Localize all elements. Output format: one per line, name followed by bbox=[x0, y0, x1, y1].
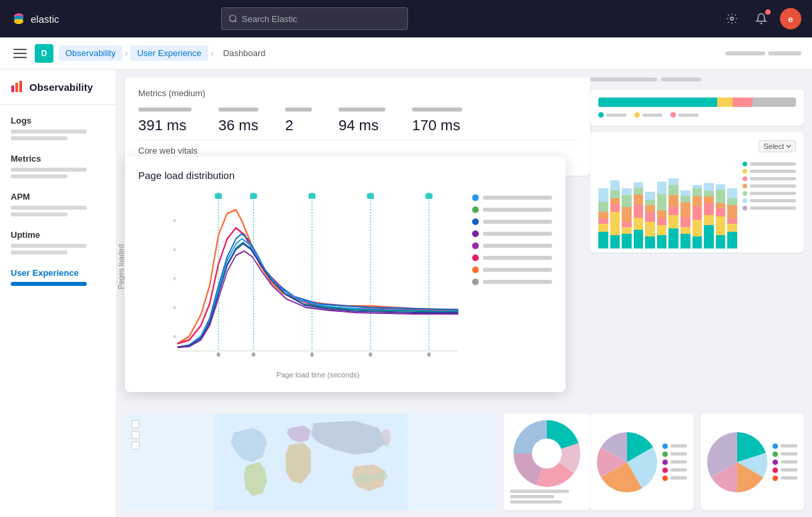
search-placeholder: Search Elastic bbox=[242, 14, 297, 24]
user-avatar[interactable]: e bbox=[780, 8, 801, 29]
bar-4 bbox=[634, 182, 644, 248]
bar-seg bbox=[610, 204, 620, 212]
menu-toggle[interactable] bbox=[11, 44, 29, 63]
pie3-dot-2 bbox=[773, 452, 778, 457]
bar-seg bbox=[634, 204, 644, 218]
settings-button[interactable] bbox=[721, 8, 743, 29]
breadcrumb-user-experience[interactable]: User Experience bbox=[130, 45, 208, 61]
pie2-bar-5 bbox=[670, 476, 687, 480]
pie2-dot-4 bbox=[662, 468, 668, 473]
bar-seg bbox=[598, 212, 608, 218]
stacked-bar-panel bbox=[590, 90, 804, 126]
metric-value-4: 94 ms bbox=[339, 117, 385, 134]
sidebar: Observability Logs Metrics APM Uptime Us… bbox=[0, 69, 117, 517]
sidebar-item-apm[interactable]: APM bbox=[0, 186, 116, 224]
pie-chart-3-panel bbox=[700, 413, 804, 510]
svg-point-5 bbox=[230, 15, 236, 21]
svg-rect-8 bbox=[11, 85, 14, 92]
pie3-bar-2 bbox=[781, 452, 797, 456]
breadcrumb-right-actions bbox=[725, 51, 801, 55]
legend-dot-6 bbox=[472, 254, 479, 261]
bar-seg bbox=[680, 190, 690, 196]
metrics-panel-title: Metrics (medium) bbox=[138, 88, 577, 98]
svg-point-26 bbox=[369, 353, 372, 357]
bar-seg bbox=[704, 191, 714, 196]
bar-legend-2 bbox=[743, 169, 796, 174]
bar-seg bbox=[668, 185, 678, 195]
pie-chart-1-panel bbox=[503, 413, 590, 510]
bar-chart-main bbox=[598, 155, 737, 248]
sidebar-item-user-experience[interactable]: User Experience bbox=[0, 263, 116, 294]
bar-chart-dropdown-area: Select bbox=[598, 140, 796, 152]
metric-bar-1 bbox=[138, 108, 192, 112]
sidebar-metrics-sub bbox=[11, 168, 87, 172]
bar-5 bbox=[645, 192, 655, 248]
bar-seg bbox=[598, 232, 608, 248]
svg-point-36 bbox=[381, 429, 391, 446]
alerts-button[interactable] bbox=[751, 8, 772, 29]
bar-seg bbox=[645, 200, 655, 205]
bar-legend-3 bbox=[743, 176, 796, 181]
bar-seg bbox=[610, 198, 620, 204]
bar-seg bbox=[657, 218, 667, 225]
bar-seg bbox=[622, 222, 632, 227]
page-load-chart bbox=[172, 192, 464, 365]
sidebar-item-uptime[interactable]: Uptime bbox=[0, 224, 116, 263]
svg-point-30 bbox=[174, 277, 176, 280]
bar-9 bbox=[692, 185, 702, 248]
bar-seg bbox=[657, 235, 667, 248]
bar-chart-legend bbox=[743, 155, 796, 248]
breadcrumb-dashboard[interactable]: Dashboard bbox=[216, 45, 272, 61]
sidebar-apm-sub2 bbox=[11, 212, 67, 216]
bar-seg bbox=[634, 194, 644, 204]
bar-seg bbox=[668, 228, 678, 248]
elastic-logo[interactable]: elastic bbox=[11, 11, 59, 27]
pie2-dot-1 bbox=[662, 444, 668, 449]
core-web-vitals-label: Core web vitals bbox=[138, 140, 577, 156]
breadcrumb-items: Observability › User Experience › Dashbo… bbox=[59, 45, 272, 61]
breadcrumb-bar: D Observability › User Experience › Dash… bbox=[0, 37, 812, 69]
bar-chart-dropdown[interactable]: Select bbox=[759, 140, 796, 152]
bottom-left-panels bbox=[125, 413, 590, 510]
bar-seg bbox=[610, 180, 620, 190]
bar-seg bbox=[680, 217, 690, 227]
svg-point-34 bbox=[355, 474, 374, 484]
bar-seg bbox=[634, 188, 644, 194]
sidebar-item-logs[interactable]: Logs bbox=[0, 110, 116, 148]
svg-rect-20 bbox=[367, 193, 375, 199]
search-bar[interactable]: Search Elastic bbox=[221, 7, 408, 30]
pie3-bar-1 bbox=[781, 444, 797, 448]
sidebar-ux-sub bbox=[11, 282, 87, 286]
metric-bar-4 bbox=[339, 108, 385, 112]
stacked-dot-2 bbox=[634, 112, 640, 118]
elastic-logo-icon bbox=[11, 11, 27, 27]
legend-bar-4 bbox=[483, 232, 552, 236]
pie2-bar-4 bbox=[670, 468, 687, 472]
breadcrumb-observability[interactable]: Observability bbox=[59, 45, 122, 61]
legend-bar-5 bbox=[483, 244, 552, 248]
svg-line-6 bbox=[235, 21, 237, 23]
legend-dot-3 bbox=[472, 218, 479, 225]
bar-12 bbox=[727, 188, 737, 248]
pie2-dot-5 bbox=[662, 476, 668, 481]
breadcrumb-sep-2: › bbox=[211, 48, 214, 58]
right-panels: Select bbox=[590, 77, 804, 252]
bar-6 bbox=[657, 182, 667, 248]
sidebar-metrics-sub2 bbox=[11, 174, 67, 178]
sidebar-title: Observability bbox=[29, 81, 93, 93]
world-map-svg bbox=[125, 413, 497, 510]
metric-2: 36 ms bbox=[218, 108, 258, 134]
sidebar-uptime-label: Uptime bbox=[11, 230, 106, 240]
bar-seg bbox=[727, 232, 737, 248]
bar-seg bbox=[622, 207, 632, 222]
svg-point-32 bbox=[174, 335, 176, 338]
svg-rect-19 bbox=[309, 193, 316, 199]
svg-point-7 bbox=[731, 17, 734, 21]
pie2-bar-2 bbox=[670, 452, 687, 456]
map-legend bbox=[132, 420, 140, 450]
bar-seg bbox=[692, 206, 702, 220]
bar-seg bbox=[668, 178, 678, 185]
sidebar-item-metrics[interactable]: Metrics bbox=[0, 148, 116, 186]
pie-3-legend bbox=[773, 444, 797, 481]
chevron-down-icon bbox=[786, 144, 791, 149]
